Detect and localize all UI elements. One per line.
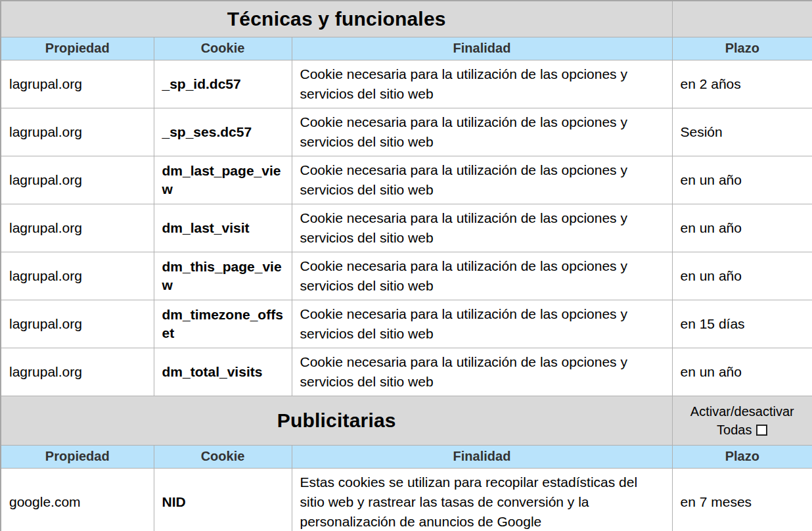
toggle-all-checkbox[interactable] [756,425,767,436]
cell-finalidad: Estas cookies se utilizan para recopilar… [292,468,672,531]
cell-plazo: en 7 meses [672,468,812,531]
cookie-policy-panel: Técnicas y funcionales Propiedad Cookie … [0,0,812,531]
cell-finalidad: Cookie necesaria para la utilización de … [292,348,672,396]
column-header-row: Propiedad Cookie Finalidad Plazo [1,445,812,468]
column-header-propiedad: Propiedad [1,445,154,468]
cell-finalidad: Cookie necesaria para la utilización de … [292,108,672,156]
cell-propiedad: google.com [1,468,154,531]
column-header-row: Propiedad Cookie Finalidad Plazo [1,37,812,60]
cell-cookie: dm_last_page_view [154,156,292,204]
cookies-table: Técnicas y funcionales Propiedad Cookie … [0,0,812,531]
column-header-cookie: Cookie [154,445,292,468]
column-header-finalidad: Finalidad [292,445,672,468]
cell-plazo: en 2 años [672,60,812,108]
cell-propiedad: lagrupal.org [1,156,154,204]
table-row: lagrupal.org dm_total_visits Cookie nece… [1,348,812,396]
column-header-plazo: Plazo [672,37,812,60]
cell-cookie: dm_last_visit [154,204,292,252]
cell-propiedad: lagrupal.org [1,204,154,252]
table-row: lagrupal.org dm_this_page_view Cookie ne… [1,252,812,300]
column-header-propiedad: Propiedad [1,37,154,60]
toggle-all-cell: Activar/desactivar Todas [672,396,812,445]
cell-propiedad: lagrupal.org [1,252,154,300]
cell-finalidad: Cookie necesaria para la utilización de … [292,204,672,252]
cell-plazo: Sesión [672,108,812,156]
cell-plazo: en 15 días [672,300,812,348]
cell-propiedad: lagrupal.org [1,60,154,108]
section-title-publicitarias: Publicitarias [1,396,672,445]
cell-cookie: _sp_ses.dc57 [154,108,292,156]
toggle-all-label-line2: Todas [717,423,752,437]
cell-plazo: en un año [672,348,812,396]
section-title-tecnicas: Técnicas y funcionales [1,1,672,37]
cell-finalidad: Cookie necesaria para la utilización de … [292,156,672,204]
cell-cookie: dm_total_visits [154,348,292,396]
cell-finalidad: Cookie necesaria para la utilización de … [292,300,672,348]
cell-plazo: en un año [672,252,812,300]
table-row: lagrupal.org _sp_id.dc57 Cookie necesari… [1,60,812,108]
cell-finalidad: Cookie necesaria para la utilización de … [292,60,672,108]
column-header-cookie: Cookie [154,37,292,60]
column-header-finalidad: Finalidad [292,37,672,60]
cell-cookie: _sp_id.dc57 [154,60,292,108]
section-corner-empty [672,1,812,37]
section-header-tecnicas: Técnicas y funcionales [1,1,812,37]
toggle-all-label-line1: Activar/desactivar [673,402,812,421]
cell-cookie: dm_timezone_offset [154,300,292,348]
cell-propiedad: lagrupal.org [1,348,154,396]
column-header-plazo: Plazo [672,445,812,468]
cell-plazo: en un año [672,204,812,252]
cell-cookie: NID [154,468,292,531]
table-row: google.com NID Estas cookies se utilizan… [1,468,812,531]
cell-plazo: en un año [672,156,812,204]
cell-propiedad: lagrupal.org [1,300,154,348]
cell-propiedad: lagrupal.org [1,108,154,156]
cell-finalidad: Cookie necesaria para la utilización de … [292,252,672,300]
section-header-publicitarias: Publicitarias Activar/desactivar Todas [1,396,812,445]
table-row: lagrupal.org dm_last_page_view Cookie ne… [1,156,812,204]
table-row: lagrupal.org dm_last_visit Cookie necesa… [1,204,812,252]
table-row: lagrupal.org dm_timezone_offset Cookie n… [1,300,812,348]
cell-cookie: dm_this_page_view [154,252,292,300]
table-row: lagrupal.org _sp_ses.dc57 Cookie necesar… [1,108,812,156]
